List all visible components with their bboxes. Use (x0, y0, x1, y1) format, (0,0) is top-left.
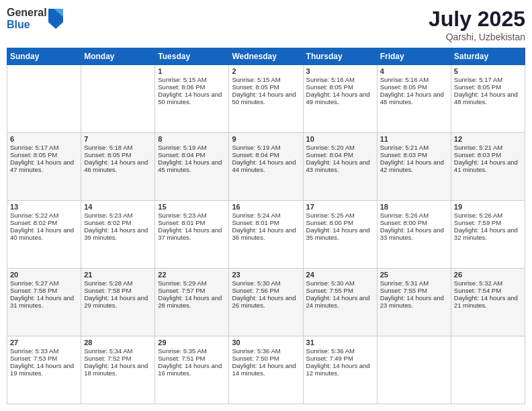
daylight-text: Daylight: 14 hours and 42 minutes. (380, 158, 448, 173)
daylight-text: Daylight: 14 hours and 23 minutes. (380, 294, 448, 309)
page: General Blue July 2025 Qarshi, Uzbekista… (0, 0, 532, 411)
day-number: 9 (232, 135, 300, 143)
month-year: July 2025 (429, 7, 525, 32)
table-row: 21Sunrise: 5:28 AMSunset: 7:58 PMDayligh… (81, 269, 155, 336)
daylight-text: Daylight: 14 hours and 49 minutes. (306, 91, 374, 105)
header: General Blue July 2025 Qarshi, Uzbekista… (7, 7, 525, 42)
daylight-text: Daylight: 14 hours and 32 minutes. (454, 226, 522, 241)
sunrise-text: Sunrise: 5:23 AM (158, 212, 226, 219)
sunset-text: Sunset: 8:00 PM (306, 219, 374, 226)
sunrise-text: Sunrise: 5:35 AM (158, 347, 226, 355)
daylight-text: Daylight: 14 hours and 26 minutes. (232, 294, 300, 309)
sunset-text: Sunset: 7:55 PM (380, 287, 448, 294)
day-number: 8 (158, 135, 226, 143)
daylight-text: Daylight: 14 hours and 21 minutes. (454, 294, 522, 309)
day-number: 18 (380, 203, 448, 211)
sunset-text: Sunset: 7:58 PM (10, 287, 78, 294)
day-number: 31 (306, 338, 374, 347)
title-block: July 2025 Qarshi, Uzbekistan (429, 7, 525, 42)
daylight-text: Daylight: 14 hours and 44 minutes. (232, 158, 300, 173)
table-row: 29Sunrise: 5:35 AMSunset: 7:51 PMDayligh… (155, 336, 229, 404)
day-number: 25 (380, 271, 448, 279)
sunset-text: Sunset: 8:05 PM (84, 151, 152, 158)
daylight-text: Daylight: 14 hours and 47 minutes. (10, 158, 78, 173)
daylight-text: Daylight: 14 hours and 29 minutes. (84, 294, 152, 309)
col-friday: Friday (377, 48, 451, 65)
sunset-text: Sunset: 7:52 PM (84, 355, 152, 362)
sunset-text: Sunset: 8:00 PM (380, 219, 448, 226)
table-row: 14Sunrise: 5:23 AMSunset: 8:02 PMDayligh… (81, 201, 155, 269)
sunset-text: Sunset: 7:59 PM (454, 219, 522, 226)
logo: General Blue (7, 7, 63, 30)
table-row: 22Sunrise: 5:29 AMSunset: 7:57 PMDayligh… (155, 269, 229, 336)
day-number: 27 (10, 338, 78, 347)
daylight-text: Daylight: 14 hours and 41 minutes. (454, 158, 522, 173)
day-number: 28 (84, 338, 152, 347)
table-row: 26Sunrise: 5:32 AMSunset: 7:54 PMDayligh… (451, 269, 525, 336)
day-number: 21 (84, 271, 152, 279)
sunrise-text: Sunrise: 5:26 AM (454, 212, 522, 219)
day-number: 24 (306, 271, 374, 279)
sunrise-text: Sunrise: 5:34 AM (84, 347, 152, 355)
day-number: 10 (306, 135, 374, 143)
table-row: 2Sunrise: 5:15 AMSunset: 8:05 PMDaylight… (229, 65, 303, 133)
sunrise-text: Sunrise: 5:15 AM (232, 76, 300, 83)
daylight-text: Daylight: 14 hours and 45 minutes. (158, 158, 226, 173)
daylight-text: Daylight: 14 hours and 18 minutes. (84, 362, 152, 377)
day-number: 20 (10, 271, 78, 279)
day-number: 4 (380, 67, 448, 75)
col-saturday: Saturday (451, 48, 525, 65)
calendar-header-row: Sunday Monday Tuesday Wednesday Thursday… (7, 48, 525, 65)
day-number: 13 (10, 203, 78, 211)
sunset-text: Sunset: 8:02 PM (84, 219, 152, 226)
daylight-text: Daylight: 14 hours and 50 minutes. (158, 91, 226, 105)
sunset-text: Sunset: 7:51 PM (158, 355, 226, 362)
sunrise-text: Sunrise: 5:23 AM (84, 212, 152, 219)
daylight-text: Daylight: 14 hours and 43 minutes. (306, 158, 374, 173)
sunset-text: Sunset: 7:53 PM (10, 355, 78, 362)
table-row: 15Sunrise: 5:23 AMSunset: 8:01 PMDayligh… (155, 201, 229, 269)
sunset-text: Sunset: 8:05 PM (380, 83, 448, 91)
sunrise-text: Sunrise: 5:24 AM (232, 212, 300, 219)
table-row: 13Sunrise: 5:22 AMSunset: 8:02 PMDayligh… (7, 201, 81, 269)
sunset-text: Sunset: 8:04 PM (232, 151, 300, 158)
col-tuesday: Tuesday (155, 48, 229, 65)
sunrise-text: Sunrise: 5:20 AM (306, 144, 374, 151)
day-number: 19 (454, 203, 522, 211)
table-row (7, 65, 81, 133)
sunrise-text: Sunrise: 5:19 AM (232, 144, 300, 151)
sunset-text: Sunset: 8:05 PM (10, 151, 78, 158)
day-number: 15 (158, 203, 226, 211)
table-row: 24Sunrise: 5:30 AMSunset: 7:55 PMDayligh… (303, 269, 377, 336)
sunrise-text: Sunrise: 5:17 AM (10, 144, 78, 151)
day-number: 7 (84, 135, 152, 143)
sunset-text: Sunset: 8:04 PM (158, 151, 226, 158)
day-number: 16 (232, 203, 300, 211)
daylight-text: Daylight: 14 hours and 36 minutes. (232, 226, 300, 241)
day-number: 5 (454, 67, 522, 75)
sunrise-text: Sunrise: 5:21 AM (380, 144, 448, 151)
table-row: 6Sunrise: 5:17 AMSunset: 8:05 PMDaylight… (7, 133, 81, 201)
logo-icon (48, 9, 63, 29)
table-row: 18Sunrise: 5:26 AMSunset: 8:00 PMDayligh… (377, 201, 451, 269)
sunrise-text: Sunrise: 5:16 AM (380, 76, 448, 83)
calendar-table: Sunday Monday Tuesday Wednesday Thursday… (7, 48, 525, 404)
table-row: 8Sunrise: 5:19 AMSunset: 8:04 PMDaylight… (155, 133, 229, 201)
sunset-text: Sunset: 8:05 PM (454, 83, 522, 91)
sunset-text: Sunset: 8:01 PM (158, 219, 226, 226)
sunset-text: Sunset: 8:01 PM (232, 219, 300, 226)
table-row: 28Sunrise: 5:34 AMSunset: 7:52 PMDayligh… (81, 336, 155, 404)
sunrise-text: Sunrise: 5:36 AM (232, 347, 300, 355)
daylight-text: Daylight: 14 hours and 33 minutes. (380, 226, 448, 241)
sunset-text: Sunset: 8:05 PM (232, 83, 300, 91)
daylight-text: Daylight: 14 hours and 14 minutes. (232, 362, 300, 377)
daylight-text: Daylight: 14 hours and 37 minutes. (158, 226, 226, 241)
table-row: 9Sunrise: 5:19 AMSunset: 8:04 PMDaylight… (229, 133, 303, 201)
sunset-text: Sunset: 7:54 PM (454, 287, 522, 294)
sunrise-text: Sunrise: 5:16 AM (306, 76, 374, 83)
table-row: 11Sunrise: 5:21 AMSunset: 8:03 PMDayligh… (377, 133, 451, 201)
day-number: 29 (158, 338, 226, 347)
day-number: 14 (84, 203, 152, 211)
sunrise-text: Sunrise: 5:26 AM (380, 212, 448, 219)
sunrise-text: Sunrise: 5:30 AM (232, 279, 300, 287)
